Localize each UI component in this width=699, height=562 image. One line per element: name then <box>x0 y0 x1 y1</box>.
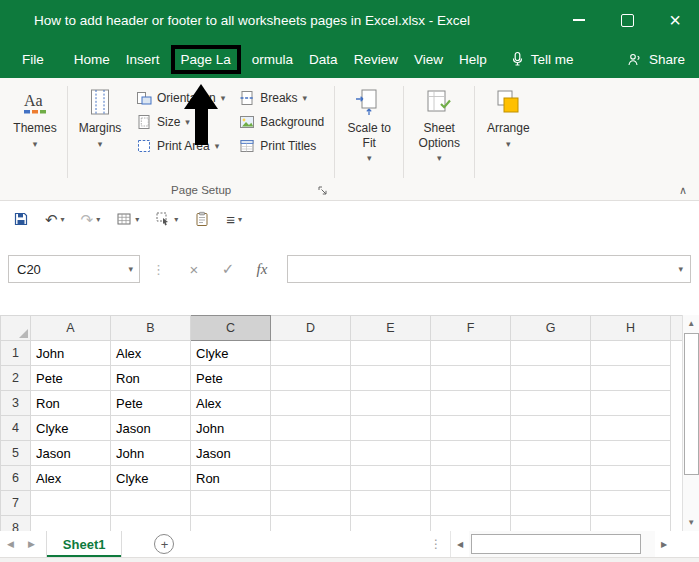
themes-button[interactable]: Aa Themes ▾ <box>6 80 64 152</box>
cell[interactable] <box>591 441 671 466</box>
row-header-3[interactable]: 3 <box>1 391 31 416</box>
tab-file[interactable]: File <box>14 46 52 73</box>
cell[interactable] <box>431 391 511 416</box>
scroll-up-icon[interactable]: ▲ <box>683 315 699 332</box>
column-header-b[interactable]: B <box>111 316 191 341</box>
horizontal-scroll-track[interactable] <box>469 531 655 557</box>
cell-a2[interactable]: Pete <box>31 366 111 391</box>
paste-button[interactable] <box>189 207 215 231</box>
tab-data[interactable]: Data <box>301 46 346 73</box>
row-header-4[interactable]: 4 <box>1 416 31 441</box>
print-titles-button[interactable]: Print Titles <box>232 134 331 158</box>
row-header-1[interactable]: 1 <box>1 341 31 366</box>
next-sheet-icon[interactable]: ▶ <box>21 539 42 549</box>
name-box-dropdown-icon[interactable]: ▾ <box>122 264 139 274</box>
cell[interactable] <box>351 466 431 491</box>
maximize-button[interactable] <box>603 0 651 40</box>
cancel-button[interactable]: × <box>177 261 211 278</box>
row-header-6[interactable]: 6 <box>1 466 31 491</box>
scale-to-fit-button[interactable]: Scale to Fit ▾ <box>338 80 400 166</box>
scroll-right-icon[interactable]: ▶ <box>655 531 673 557</box>
tell-me-button[interactable]: Tell me <box>511 51 574 67</box>
cell-c4[interactable]: John <box>191 416 271 441</box>
horizontal-scrollbar[interactable]: ◀ ▶ <box>450 531 673 557</box>
cell[interactable] <box>271 491 351 516</box>
sheet-tab-sheet1[interactable]: Sheet1 <box>46 531 123 557</box>
redo-button[interactable]: ↷ ▾ <box>76 208 106 231</box>
tab-formulas[interactable]: ormula <box>244 46 301 73</box>
cell-a1[interactable]: John <box>31 341 111 366</box>
cell[interactable] <box>431 416 511 441</box>
cell[interactable] <box>431 491 511 516</box>
prev-sheet-icon[interactable]: ◀ <box>0 539 21 549</box>
cell[interactable] <box>511 366 591 391</box>
cell[interactable] <box>431 441 511 466</box>
close-button[interactable]: × <box>651 0 699 40</box>
cell[interactable] <box>351 491 431 516</box>
cell-c5[interactable]: Jason <box>191 441 271 466</box>
cell[interactable] <box>431 341 511 366</box>
cell-c3[interactable]: Alex <box>191 391 271 416</box>
name-box[interactable]: C20 ▾ <box>8 255 140 283</box>
cell-c2[interactable]: Pete <box>191 366 271 391</box>
share-button[interactable]: Share <box>627 52 685 67</box>
cell[interactable] <box>351 416 431 441</box>
cell[interactable] <box>351 391 431 416</box>
column-header-d[interactable]: D <box>271 316 351 341</box>
vertical-scroll-thumb[interactable] <box>684 333 699 475</box>
column-header-e[interactable]: E <box>351 316 431 341</box>
cell[interactable] <box>511 466 591 491</box>
vertical-scrollbar[interactable]: ▲ ▼ <box>682 315 699 531</box>
cell[interactable] <box>511 416 591 441</box>
row-header-5[interactable]: 5 <box>1 441 31 466</box>
cell[interactable] <box>271 466 351 491</box>
background-button[interactable]: Background <box>232 110 331 134</box>
cell[interactable] <box>271 341 351 366</box>
cell[interactable] <box>591 391 671 416</box>
cell-b5[interactable]: John <box>111 441 191 466</box>
scroll-down-icon[interactable]: ▼ <box>683 514 699 531</box>
tab-help[interactable]: Help <box>451 46 495 73</box>
cell[interactable] <box>511 341 591 366</box>
cell[interactable] <box>111 491 191 516</box>
select-all-corner[interactable] <box>1 316 31 341</box>
cell[interactable] <box>591 491 671 516</box>
cell[interactable] <box>591 466 671 491</box>
cell[interactable] <box>351 366 431 391</box>
column-header-g[interactable]: G <box>511 316 591 341</box>
cell-a3[interactable]: Ron <box>31 391 111 416</box>
undo-button[interactable]: ↶ ▾ <box>40 208 70 231</box>
cell[interactable] <box>591 341 671 366</box>
row-header-2[interactable]: 2 <box>1 366 31 391</box>
cell[interactable] <box>431 466 511 491</box>
dialog-launcher-icon[interactable] <box>317 185 328 196</box>
cell-a4[interactable]: Clyke <box>31 416 111 441</box>
cell[interactable] <box>271 416 351 441</box>
column-header-f[interactable]: F <box>431 316 511 341</box>
cell-b1[interactable]: Alex <box>111 341 191 366</box>
minimize-button[interactable] <box>555 0 603 40</box>
cell[interactable] <box>191 491 271 516</box>
select-tool-button[interactable]: ▾ <box>150 207 183 231</box>
cell[interactable] <box>271 391 351 416</box>
cell[interactable] <box>591 416 671 441</box>
cell[interactable] <box>351 441 431 466</box>
cell[interactable] <box>431 366 511 391</box>
tab-view[interactable]: View <box>406 46 451 73</box>
column-header-a[interactable]: A <box>31 316 111 341</box>
cell-a6[interactable]: Alex <box>31 466 111 491</box>
tab-home[interactable]: Home <box>66 46 118 73</box>
cell[interactable] <box>511 491 591 516</box>
expand-formula-bar-icon[interactable]: ▾ <box>671 264 690 274</box>
customize-toolbar-button[interactable]: ≡ ▾ <box>221 208 247 231</box>
scroll-left-icon[interactable]: ◀ <box>451 531 469 557</box>
cell-c6[interactable]: Ron <box>191 466 271 491</box>
cell-b2[interactable]: Ron <box>111 366 191 391</box>
cell[interactable] <box>271 366 351 391</box>
cell[interactable] <box>591 366 671 391</box>
enter-button[interactable]: ✓ <box>211 260 245 278</box>
breaks-button[interactable]: Breaks ▾ <box>232 86 331 110</box>
save-button[interactable] <box>8 207 34 231</box>
cell[interactable] <box>351 341 431 366</box>
table-tool-button[interactable]: ▾ <box>111 207 144 231</box>
